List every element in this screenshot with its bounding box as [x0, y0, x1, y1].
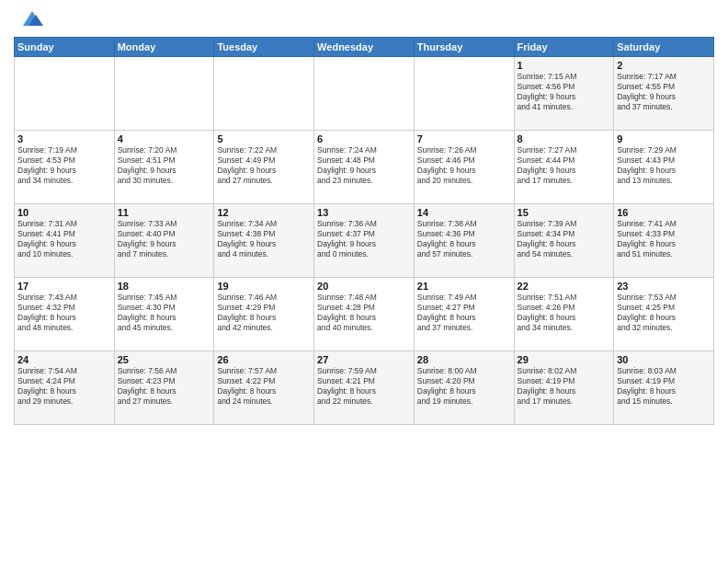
day-number: 18 — [118, 281, 211, 292]
calendar-cell: 11Sunrise: 7:33 AM Sunset: 4:40 PM Dayli… — [114, 204, 214, 278]
calendar-cell: 7Sunrise: 7:26 AM Sunset: 4:46 PM Daylig… — [414, 131, 514, 204]
day-number: 25 — [118, 354, 211, 365]
day-info: Sunrise: 7:51 AM Sunset: 4:26 PM Dayligh… — [518, 293, 611, 333]
day-number: 2 — [617, 60, 711, 71]
day-number: 19 — [217, 281, 311, 292]
calendar-cell: 5Sunrise: 7:22 AM Sunset: 4:49 PM Daylig… — [214, 131, 314, 204]
day-info: Sunrise: 7:59 AM Sunset: 4:21 PM Dayligh… — [317, 366, 411, 407]
calendar-cell: 12Sunrise: 7:34 AM Sunset: 4:38 PM Dayli… — [214, 204, 314, 278]
calendar-header: SundayMondayTuesdayWednesdayThursdayFrid… — [15, 38, 714, 57]
calendar-cell: 28Sunrise: 8:00 AM Sunset: 4:20 PM Dayli… — [414, 351, 514, 425]
calendar-cell: 13Sunrise: 7:36 AM Sunset: 4:37 PM Dayli… — [314, 204, 415, 278]
day-number: 20 — [317, 281, 411, 292]
day-info: Sunrise: 7:29 AM Sunset: 4:43 PM Dayligh… — [617, 145, 711, 186]
calendar-cell: 14Sunrise: 7:38 AM Sunset: 4:36 PM Dayli… — [414, 204, 514, 278]
day-info: Sunrise: 7:57 AM Sunset: 4:22 PM Dayligh… — [217, 366, 311, 407]
calendar-table: SundayMondayTuesdayWednesdayThursdayFrid… — [14, 37, 714, 425]
day-number: 28 — [417, 354, 511, 365]
day-info: Sunrise: 7:33 AM Sunset: 4:40 PM Dayligh… — [118, 219, 211, 259]
calendar-cell: 20Sunrise: 7:48 AM Sunset: 4:28 PM Dayli… — [314, 278, 415, 351]
week-row-2: 3Sunrise: 7:19 AM Sunset: 4:53 PM Daylig… — [15, 131, 714, 204]
calendar-cell: 27Sunrise: 7:59 AM Sunset: 4:21 PM Dayli… — [314, 351, 415, 425]
day-info: Sunrise: 7:15 AM Sunset: 4:56 PM Dayligh… — [518, 72, 611, 112]
logo — [14, 9, 43, 29]
calendar-cell: 21Sunrise: 7:49 AM Sunset: 4:27 PM Dayli… — [414, 278, 514, 351]
day-info: Sunrise: 7:56 AM Sunset: 4:23 PM Dayligh… — [118, 366, 211, 407]
calendar-cell: 24Sunrise: 7:54 AM Sunset: 4:24 PM Dayli… — [15, 351, 115, 425]
day-number: 29 — [518, 354, 611, 365]
day-info: Sunrise: 7:54 AM Sunset: 4:24 PM Dayligh… — [17, 366, 111, 407]
calendar-cell: 2Sunrise: 7:17 AM Sunset: 4:55 PM Daylig… — [614, 57, 714, 131]
calendar-cell: 26Sunrise: 7:57 AM Sunset: 4:22 PM Dayli… — [214, 351, 314, 425]
week-row-4: 17Sunrise: 7:43 AM Sunset: 4:32 PM Dayli… — [15, 278, 714, 351]
calendar-cell: 25Sunrise: 7:56 AM Sunset: 4:23 PM Dayli… — [114, 351, 214, 425]
day-number: 22 — [518, 281, 611, 292]
day-number: 17 — [17, 281, 111, 292]
day-number: 1 — [518, 60, 611, 71]
day-number: 21 — [417, 281, 511, 292]
calendar-cell: 30Sunrise: 8:03 AM Sunset: 4:19 PM Dayli… — [614, 351, 714, 425]
page: SundayMondayTuesdayWednesdayThursdayFrid… — [0, 0, 728, 563]
calendar-cell: 1Sunrise: 7:15 AM Sunset: 4:56 PM Daylig… — [514, 57, 614, 131]
day-info: Sunrise: 7:49 AM Sunset: 4:27 PM Dayligh… — [417, 293, 511, 333]
day-info: Sunrise: 8:02 AM Sunset: 4:19 PM Dayligh… — [518, 366, 611, 407]
header-day-wednesday: Wednesday — [314, 38, 415, 57]
day-number: 14 — [417, 207, 511, 218]
logo-icon — [16, 9, 43, 29]
calendar-cell — [15, 57, 115, 131]
day-info: Sunrise: 8:00 AM Sunset: 4:20 PM Dayligh… — [417, 366, 511, 407]
calendar-cell — [314, 57, 415, 131]
day-number: 5 — [217, 133, 311, 144]
calendar-cell — [414, 57, 514, 131]
day-number: 10 — [17, 207, 111, 218]
calendar-cell: 19Sunrise: 7:46 AM Sunset: 4:29 PM Dayli… — [214, 278, 314, 351]
week-row-1: 1Sunrise: 7:15 AM Sunset: 4:56 PM Daylig… — [15, 57, 714, 131]
day-number: 15 — [518, 207, 611, 218]
day-number: 26 — [217, 354, 311, 365]
calendar-cell: 3Sunrise: 7:19 AM Sunset: 4:53 PM Daylig… — [15, 131, 115, 204]
day-info: Sunrise: 7:46 AM Sunset: 4:29 PM Dayligh… — [217, 293, 311, 333]
day-info: Sunrise: 7:24 AM Sunset: 4:48 PM Dayligh… — [317, 145, 411, 186]
day-info: Sunrise: 7:27 AM Sunset: 4:44 PM Dayligh… — [518, 145, 611, 186]
day-info: Sunrise: 7:48 AM Sunset: 4:28 PM Dayligh… — [317, 293, 411, 333]
day-info: Sunrise: 8:03 AM Sunset: 4:19 PM Dayligh… — [617, 366, 711, 407]
day-info: Sunrise: 7:17 AM Sunset: 4:55 PM Dayligh… — [617, 72, 711, 112]
calendar-cell: 6Sunrise: 7:24 AM Sunset: 4:48 PM Daylig… — [314, 131, 415, 204]
calendar-cell — [214, 57, 314, 131]
header-day-tuesday: Tuesday — [214, 38, 314, 57]
day-info: Sunrise: 7:36 AM Sunset: 4:37 PM Dayligh… — [317, 219, 411, 259]
day-number: 16 — [617, 207, 711, 218]
header-day-friday: Friday — [514, 38, 614, 57]
calendar-body: 1Sunrise: 7:15 AM Sunset: 4:56 PM Daylig… — [15, 57, 714, 425]
day-info: Sunrise: 7:22 AM Sunset: 4:49 PM Dayligh… — [217, 145, 311, 186]
day-info: Sunrise: 7:43 AM Sunset: 4:32 PM Dayligh… — [17, 293, 111, 333]
calendar-cell: 8Sunrise: 7:27 AM Sunset: 4:44 PM Daylig… — [514, 131, 614, 204]
day-info: Sunrise: 7:53 AM Sunset: 4:25 PM Dayligh… — [617, 293, 711, 333]
calendar-cell: 23Sunrise: 7:53 AM Sunset: 4:25 PM Dayli… — [614, 278, 714, 351]
day-number: 12 — [217, 207, 311, 218]
day-info: Sunrise: 7:26 AM Sunset: 4:46 PM Dayligh… — [417, 145, 511, 186]
day-number: 7 — [417, 133, 511, 144]
day-number: 30 — [617, 354, 711, 365]
week-row-3: 10Sunrise: 7:31 AM Sunset: 4:41 PM Dayli… — [15, 204, 714, 278]
day-number: 23 — [617, 281, 711, 292]
day-number: 24 — [17, 354, 111, 365]
day-number: 8 — [518, 133, 611, 144]
day-number: 3 — [17, 133, 111, 144]
header-day-sunday: Sunday — [15, 38, 115, 57]
day-number: 9 — [617, 133, 711, 144]
calendar-cell: 15Sunrise: 7:39 AM Sunset: 4:34 PM Dayli… — [514, 204, 614, 278]
header-row: SundayMondayTuesdayWednesdayThursdayFrid… — [15, 38, 714, 57]
calendar-cell: 18Sunrise: 7:45 AM Sunset: 4:30 PM Dayli… — [114, 278, 214, 351]
day-number: 4 — [118, 133, 211, 144]
header-day-thursday: Thursday — [414, 38, 514, 57]
day-info: Sunrise: 7:19 AM Sunset: 4:53 PM Dayligh… — [17, 145, 111, 186]
day-number: 6 — [317, 133, 411, 144]
day-info: Sunrise: 7:34 AM Sunset: 4:38 PM Dayligh… — [217, 219, 311, 259]
day-number: 27 — [317, 354, 411, 365]
calendar-cell: 9Sunrise: 7:29 AM Sunset: 4:43 PM Daylig… — [614, 131, 714, 204]
day-info: Sunrise: 7:41 AM Sunset: 4:33 PM Dayligh… — [617, 219, 711, 259]
header — [14, 9, 714, 29]
calendar-cell: 17Sunrise: 7:43 AM Sunset: 4:32 PM Dayli… — [15, 278, 115, 351]
day-number: 11 — [118, 207, 211, 218]
